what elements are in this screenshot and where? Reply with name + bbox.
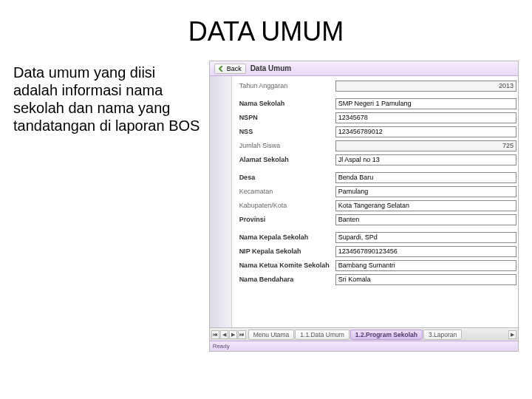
field-desa[interactable]	[335, 172, 516, 183]
back-icon	[219, 66, 225, 72]
label-provinsi: Provinsi	[232, 216, 335, 223]
label-kecamatan: Kecamatan	[232, 188, 335, 195]
label-tahun-anggaran: Tahun Anggaran	[232, 82, 335, 89]
status-bar: Ready	[210, 341, 518, 351]
label-kabupaten: Kabupaten/Kota	[232, 202, 335, 209]
tab-laporan[interactable]: 3.Laporan	[423, 330, 462, 340]
status-text: Ready	[213, 343, 230, 349]
tab-first-icon[interactable]: ⏮	[211, 330, 219, 339]
field-nama-sekolah[interactable]	[335, 98, 516, 109]
field-kecamatan[interactable]	[335, 186, 516, 197]
field-tahun-anggaran: 2013	[335, 81, 516, 92]
tab-menu-utama[interactable]: Menu Utama	[248, 330, 295, 340]
slide-description: Data umum yang diisi adalah informasi na…	[13, 61, 209, 134]
tab-scroll-right-icon[interactable]: ▶	[508, 330, 516, 339]
field-bendahara[interactable]	[335, 274, 516, 285]
app-header: Back Data Umum	[210, 61, 518, 76]
label-nama-sekolah: Nama Sekolah	[232, 100, 335, 107]
field-nama-kepsek[interactable]	[335, 232, 516, 243]
field-ketua-komite[interactable]	[335, 260, 516, 271]
slide-title: DATA UMUM	[0, 0, 532, 61]
tab-data-umum[interactable]: 1.1.Data Umum	[295, 330, 349, 340]
field-nspn[interactable]	[335, 112, 516, 123]
app-header-title: Data Umum	[250, 64, 292, 72]
field-jumlah-siswa: 725	[335, 140, 516, 151]
label-alamat: Alamat Sekolah	[232, 156, 335, 163]
back-button[interactable]: Back	[214, 64, 246, 74]
label-bendahara: Nama Bendahara	[232, 276, 335, 283]
field-nip-kepsek[interactable]	[335, 246, 516, 257]
back-label: Back	[227, 65, 242, 72]
field-kabupaten[interactable]	[335, 200, 516, 211]
label-desa: Desa	[232, 174, 335, 181]
label-nip-kepsek: NIP Kepala Sekolah	[232, 248, 335, 255]
field-provinsi[interactable]	[335, 214, 516, 225]
tab-prev-icon[interactable]: ◀	[220, 330, 228, 339]
app-window: Back Data Umum Tahun Anggaran 2013 Nama …	[209, 61, 519, 352]
label-nspn: NSPN	[232, 114, 335, 121]
field-alamat[interactable]	[335, 154, 516, 166]
field-nss[interactable]	[335, 126, 516, 137]
sidebar	[210, 76, 232, 327]
label-jumlah-siswa: Jumlah Siswa	[232, 142, 335, 149]
tab-next-icon[interactable]: ▶	[229, 330, 237, 339]
form-area: Tahun Anggaran 2013 Nama Sekolah NSPN NS…	[232, 76, 518, 327]
sheet-tabs: ⏮ ◀ ▶ ⏭ Menu Utama 1.1.Data Umum 1.2.Pro…	[210, 327, 518, 341]
label-nss: NSS	[232, 128, 335, 135]
label-ketua-komite: Nama Ketua Komite Sekolah	[232, 262, 335, 269]
label-nama-kepsek: Nama Kepala Sekolah	[232, 233, 335, 241]
tab-program-sekolah[interactable]: 1.2.Program Sekolah	[350, 330, 423, 340]
tab-last-icon[interactable]: ⏭	[238, 330, 246, 339]
